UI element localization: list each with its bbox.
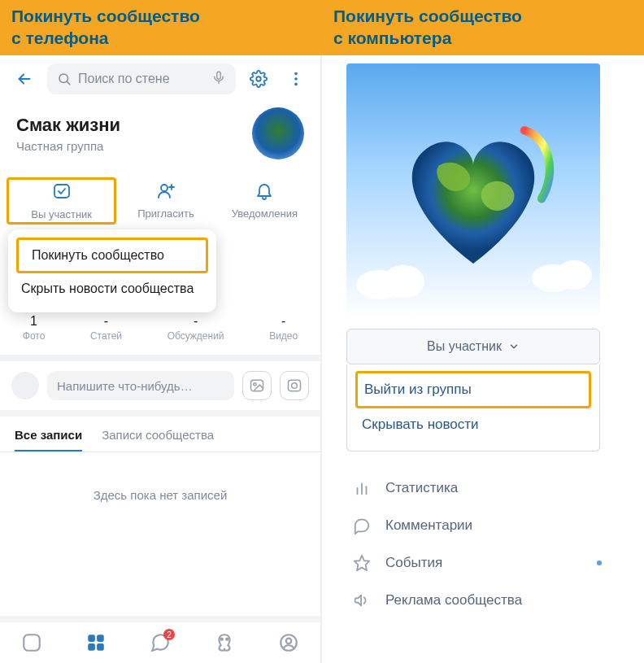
- action-notify-label: Уведомления: [232, 207, 298, 220]
- back-button[interactable]: [10, 64, 39, 94]
- search-icon: [57, 72, 72, 86]
- search-input[interactable]: Поиск по стене: [47, 63, 236, 94]
- mic-icon: [211, 70, 226, 85]
- more-button[interactable]: [281, 64, 311, 94]
- banner-left-line2: с телефона: [11, 28, 109, 47]
- tab-all[interactable]: Все записи: [15, 428, 82, 451]
- action-member-label: Вы участник: [31, 208, 92, 220]
- group-cover[interactable]: [346, 63, 600, 317]
- compose-input[interactable]: Напишите что-нибудь…: [47, 371, 234, 400]
- svg-line-2: [67, 81, 69, 84]
- svg-point-22: [220, 639, 222, 640]
- tab-community[interactable]: Записи сообщества: [102, 428, 214, 451]
- svg-point-5: [256, 76, 261, 81]
- svg-point-29: [556, 260, 592, 290]
- sidebar-events[interactable]: События: [346, 544, 600, 582]
- stat-photos[interactable]: 1 Фото: [23, 314, 46, 342]
- member-popover: Покинуть сообщество Скрыть новости сообщ…: [8, 229, 216, 312]
- cloud-icon: [355, 260, 428, 301]
- user-avatar[interactable]: [11, 372, 39, 399]
- megaphone-icon: [353, 591, 371, 609]
- nav-feed[interactable]: [15, 632, 48, 653]
- group-actions: Вы участник Пригласить Уведомления: [0, 171, 320, 228]
- wall-tabs: Все записи Записи сообщества: [0, 417, 320, 451]
- sidebar-comments-label: Комментарии: [385, 517, 472, 534]
- banner-right: Покинуть cообщество с компьютера: [322, 0, 644, 55]
- attach-more-button[interactable]: [280, 371, 309, 400]
- svg-point-25: [285, 639, 291, 644]
- svg-rect-9: [54, 185, 69, 198]
- messages-badge: 2: [163, 629, 175, 640]
- sidebar-stats[interactable]: Статистика: [346, 469, 600, 507]
- search-placeholder: Поиск по стене: [78, 72, 170, 86]
- action-invite[interactable]: Пригласить: [116, 177, 215, 225]
- group-avatar[interactable]: [252, 107, 304, 159]
- banner-right-line2: с компьютера: [333, 28, 451, 47]
- stat-articles[interactable]: - Статей: [90, 314, 122, 342]
- svg-point-7: [294, 77, 298, 81]
- sidebar-events-label: События: [385, 555, 442, 571]
- group-subtitle: Частная группа: [16, 139, 120, 153]
- star-icon: [353, 554, 371, 572]
- empty-state: Здесь пока нет записей: [0, 451, 320, 622]
- gear-icon: [250, 70, 268, 88]
- group-header: Смак жизни Частная группа: [0, 103, 320, 171]
- nav-services[interactable]: [80, 632, 112, 653]
- banner-left: Покинуть cообщество с телефона: [0, 0, 322, 55]
- clips-icon: [214, 632, 235, 653]
- event-dot-indicator: [597, 560, 602, 565]
- profile-icon: [278, 632, 299, 653]
- compose-row: Напишите что-нибудь…: [0, 361, 320, 417]
- action-member[interactable]: Вы участник: [7, 177, 116, 225]
- svg-point-16: [292, 383, 298, 389]
- svg-point-10: [161, 185, 168, 191]
- cloud-icon: [530, 257, 595, 294]
- arrow-left-icon: [15, 70, 33, 88]
- nav-clips[interactable]: [208, 632, 241, 653]
- sidebar-ads-label: Реклама сообщества: [385, 592, 522, 608]
- check-square-icon: [52, 181, 72, 201]
- svg-rect-18: [88, 635, 95, 642]
- grid-icon: [85, 632, 107, 653]
- group-title: Смак жизни: [16, 115, 120, 136]
- action-invite-label: Пригласить: [137, 207, 194, 220]
- image-icon: [249, 377, 265, 394]
- sidebar-stats-label: Статистика: [385, 480, 458, 496]
- bars-icon: [353, 479, 371, 497]
- svg-rect-20: [88, 643, 95, 651]
- more-vertical-icon: [287, 70, 305, 88]
- desktop-screen: Вы участник Выйти из группы Скрывать нов…: [322, 55, 644, 663]
- settings-button[interactable]: [244, 64, 273, 94]
- bottom-nav: 2: [0, 622, 320, 663]
- member-dropdown-label: Вы участник: [427, 339, 502, 354]
- svg-rect-13: [251, 380, 263, 390]
- menu-hide-news[interactable]: Скрывать новости: [355, 408, 591, 441]
- stat-discussions[interactable]: - Обсуждений: [168, 314, 224, 342]
- action-notify[interactable]: Уведомления: [215, 177, 314, 225]
- comment-icon: [353, 517, 371, 534]
- nav-messages[interactable]: 2: [144, 632, 176, 653]
- nav-profile[interactable]: [272, 632, 305, 653]
- bell-icon: [255, 181, 274, 200]
- menu-leave-group[interactable]: Выйти из группы: [355, 371, 591, 408]
- add-user-icon: [156, 181, 176, 200]
- mobile-topbar: Поиск по стене: [0, 55, 320, 103]
- svg-rect-3: [217, 72, 221, 79]
- svg-rect-15: [289, 380, 301, 390]
- stat-videos[interactable]: - Видео: [269, 314, 298, 342]
- banner-right-line1: Покинуть cообщество: [333, 7, 522, 25]
- circle-icon: [286, 377, 302, 394]
- sidebar-comments[interactable]: Комментарии: [346, 507, 600, 544]
- sidebar-ads[interactable]: Реклама сообщества: [346, 582, 600, 619]
- svg-point-6: [294, 72, 298, 76]
- svg-rect-21: [97, 643, 104, 651]
- attach-photo-button[interactable]: [242, 371, 272, 400]
- svg-point-27: [382, 265, 424, 298]
- popover-leave[interactable]: Покинуть сообщество: [19, 240, 206, 271]
- earth-heart-illustration: [388, 118, 559, 273]
- svg-point-8: [294, 83, 298, 86]
- popover-hide-news[interactable]: Скрыть новости сообщества: [8, 273, 216, 304]
- member-dropdown[interactable]: Вы участник: [346, 329, 600, 364]
- compose-placeholder: Напишите что-нибудь…: [57, 379, 193, 393]
- feed-icon: [21, 632, 42, 653]
